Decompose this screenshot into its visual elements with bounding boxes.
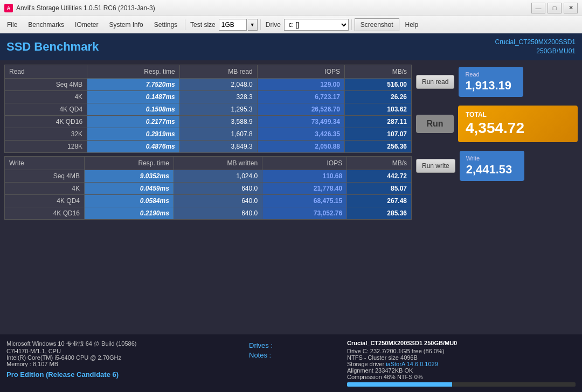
read-row-mb: 1,607.8 — [179, 128, 257, 140]
sys-info: Microsoft Windows 10 专业版 64 位 Build (105… — [6, 340, 235, 367]
compression-fill — [347, 382, 452, 387]
menu-sysinfo[interactable]: System Info — [104, 19, 148, 31]
test-size-input[interactable] — [219, 19, 247, 31]
bench-table-area: Read Resp. time MB read IOPS MB/s Seq 4M… — [4, 65, 412, 330]
read-table-row: 4K QD4 0.1508ms 1,295.3 26,526.70 103.62 — [5, 103, 412, 115]
read-row-label: 4K QD16 — [5, 115, 87, 128]
write-table-row: 4K 0.0459ms 640.0 21,778.40 85.07 — [5, 182, 412, 194]
menu-help[interactable]: Help — [400, 19, 424, 31]
title-bar: A Anvil's Storage Utilities 1.0.51 RC6 (… — [0, 0, 582, 16]
write-col-label: Write — [5, 156, 85, 170]
write-row-label: 4K QD16 — [5, 207, 85, 219]
drive-info-line1: Crucial_CT250MX200SSD1 — [495, 38, 576, 47]
write-table: Write Resp. time MB written IOPS MB/s Se… — [4, 156, 412, 220]
run-write-row: Run write Write 2,441.53 — [416, 151, 578, 181]
read-row-resp: 7.7520ms — [87, 78, 180, 90]
status-bar: Microsoft Windows 10 专业版 64 位 Build (105… — [0, 334, 582, 392]
read-row-resp: 0.1508ms — [87, 103, 180, 115]
write-row-mb: 640.0 — [174, 182, 262, 194]
right-line5: Compression 46% NTFS 0% — [347, 374, 576, 380]
test-size-dropdown[interactable]: ▼ — [248, 19, 258, 31]
sys-info-line: Microsoft Windows 10 专业版 64 位 Build (105… — [6, 340, 235, 348]
separator-1 — [185, 19, 185, 30]
notes-label: Notes : — [249, 351, 333, 359]
menu-iometer[interactable]: IOmeter — [70, 19, 103, 31]
maximize-button[interactable]: □ — [548, 3, 562, 13]
run-button[interactable]: Run — [416, 115, 454, 133]
read-score-value: 1,913.19 — [465, 79, 517, 93]
test-size-label: Test size — [188, 21, 218, 29]
write-row-mbs: 267.48 — [347, 194, 412, 207]
read-row-label: Seq 4MB — [5, 78, 87, 90]
right-line2: NTFS - Cluster size 4096B — [347, 354, 576, 361]
drive-select[interactable]: c: [] — [284, 19, 349, 31]
read-table-row: 128K 0.4876ms 3,849.3 2,050.88 256.36 — [5, 140, 412, 152]
sys-info-line: C7H170-M/1.1, CPU — [6, 348, 235, 354]
separator-3 — [351, 19, 352, 30]
read-row-label: 128K — [5, 140, 87, 152]
read-row-iops: 26,526.70 — [257, 103, 344, 115]
screenshot-button[interactable]: Screenshot — [355, 18, 399, 31]
read-col-resp: Resp. time — [87, 65, 180, 78]
read-score-label: Read — [465, 71, 517, 78]
write-row-iops: 73,052.76 — [262, 207, 347, 219]
right-line3: Storage driver iaStorA 14.6.0.1029 — [347, 361, 576, 367]
read-col-iops: IOPS — [257, 65, 344, 78]
read-row-mb: 3,849.3 — [179, 140, 257, 152]
write-row-mb: 640.0 — [174, 194, 262, 207]
read-row-mbs: 256.36 — [345, 140, 412, 152]
main-content: SSD Benchmark Crucial_CT250MX200SSD1 250… — [0, 33, 582, 392]
write-score-box: Write 2,441.53 — [460, 151, 524, 181]
read-col-label: Read — [5, 65, 87, 78]
close-button[interactable]: ✕ — [564, 3, 578, 13]
write-table-row: 4K QD4 0.0584ms 640.0 68,475.15 267.48 — [5, 194, 412, 207]
read-row-iops: 3,426.35 — [257, 128, 344, 140]
drive-combo[interactable]: c: [] — [284, 19, 349, 31]
right-line4: Alignment 233472KB OK — [347, 367, 576, 374]
read-row-resp: 0.1487ms — [87, 90, 180, 103]
app-title: SSD Benchmark — [6, 40, 99, 54]
read-row-iops: 73,499.34 — [257, 115, 344, 128]
write-row-mb: 1,024.0 — [174, 170, 262, 182]
status-right: Crucial_CT250MX200SSD1 250GB/MU0 Drive C… — [344, 338, 579, 389]
read-row-label: 32K — [5, 128, 87, 140]
read-row-iops: 129.00 — [257, 78, 344, 90]
write-row-iops: 21,778.40 — [262, 182, 347, 194]
right-panel: Run read Read 1,913.19 Run TOTAL 4,354.7… — [416, 65, 578, 330]
read-row-mbs: 516.00 — [345, 78, 412, 90]
run-write-button[interactable]: Run write — [416, 159, 455, 173]
write-table-row: Seq 4MB 9.0352ms 1,024.0 110.68 442.72 — [5, 170, 412, 182]
read-row-mbs: 26.26 — [345, 90, 412, 103]
run-read-row: Run read Read 1,913.19 — [416, 67, 578, 97]
total-score-value: 4,354.72 — [466, 120, 570, 137]
read-row-mb: 328.3 — [179, 90, 257, 103]
read-table-row: 32K 0.2919ms 1,607.8 3,426.35 107.07 — [5, 128, 412, 140]
app-icon: A — [4, 4, 13, 12]
menu-benchmarks[interactable]: Benchmarks — [23, 19, 69, 31]
status-middle: Drives : Notes : — [242, 338, 340, 389]
menu-file[interactable]: File — [2, 19, 22, 31]
read-row-iops: 2,050.88 — [257, 140, 344, 152]
read-row-mbs: 287.11 — [345, 115, 412, 128]
read-row-mb: 2,048.0 — [179, 78, 257, 90]
compression-bar — [347, 382, 576, 387]
separator-2 — [260, 19, 261, 30]
app-header: SSD Benchmark Crucial_CT250MX200SSD1 250… — [0, 33, 582, 60]
test-size-combo[interactable]: ▼ — [219, 19, 258, 31]
write-row-iops: 68,475.15 — [262, 194, 347, 207]
drive-label: Drive — [264, 21, 283, 29]
write-score-label: Write — [466, 155, 518, 162]
write-col-mbs: MB/s — [347, 156, 412, 170]
minimize-button[interactable]: — — [531, 3, 545, 13]
write-score-value: 2,441.53 — [466, 163, 518, 177]
write-row-resp: 0.0459ms — [85, 182, 174, 194]
window-title: Anvil's Storage Utilities 1.0.51 RC6 (20… — [16, 4, 155, 12]
read-table-row: Seq 4MB 7.7520ms 2,048.0 129.00 516.00 — [5, 78, 412, 90]
storage-driver: iaStorA 14.6.0.1029 — [386, 361, 438, 367]
read-row-resp: 0.2919ms — [87, 128, 180, 140]
run-read-button[interactable]: Run read — [416, 75, 454, 89]
right-line1: Drive C: 232.7/200.1GB free (86.0%) — [347, 348, 576, 354]
read-score-box: Read 1,913.19 — [459, 67, 523, 97]
read-col-mb: MB read — [179, 65, 257, 78]
menu-settings[interactable]: Settings — [149, 19, 182, 31]
